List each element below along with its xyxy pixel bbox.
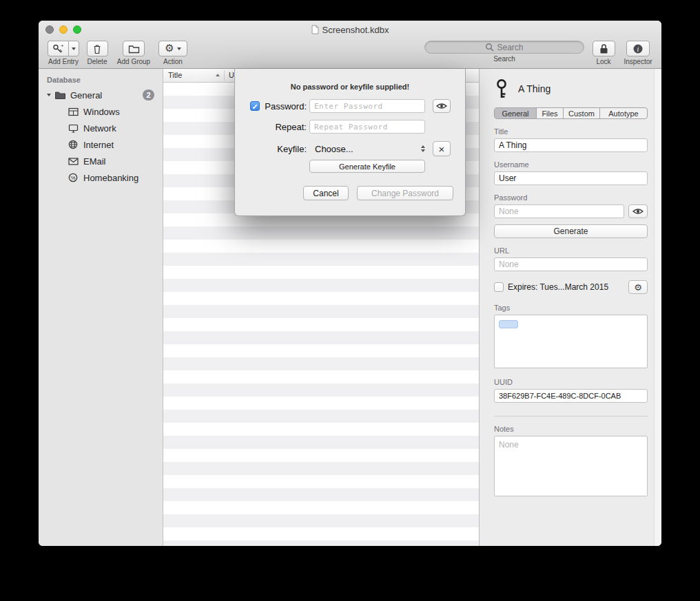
sidebar-item-label: EMail <box>83 156 106 167</box>
notes-label: Notes <box>494 425 648 433</box>
tab-files[interactable]: Files <box>537 108 564 118</box>
search-icon <box>485 43 494 52</box>
delete-label: Delete <box>84 58 110 65</box>
notes-field[interactable] <box>494 436 648 496</box>
sidebar-item-windows[interactable]: Windows <box>39 103 163 120</box>
password-field[interactable] <box>494 204 624 218</box>
sort-ascending-icon <box>216 74 220 76</box>
reveal-password-button[interactable] <box>628 204 648 218</box>
window-chrome: Screenshot.kdbx + Add Entry Delete Add G… <box>39 21 661 69</box>
add-entry-dropdown[interactable] <box>68 41 79 56</box>
keyfile-popup[interactable]: Choose... <box>309 142 426 156</box>
gear-icon: ⚙ <box>634 283 642 292</box>
keyfile-label: Keyfile: <box>260 144 307 154</box>
tag-pill[interactable] <box>499 320 518 328</box>
change-password-button[interactable]: Change Password <box>357 186 453 200</box>
repeat-password-input[interactable] <box>309 120 425 134</box>
lock-icon <box>599 43 608 54</box>
search-placeholder: Search <box>497 43 523 52</box>
expires-row: Expires: Tues...March 2015 ⚙ <box>494 280 648 294</box>
toolbar-item-search: Search Search <box>424 41 584 63</box>
password-checkbox[interactable] <box>250 101 260 111</box>
expires-checkbox[interactable] <box>494 282 504 292</box>
toolbar-item-add-entry: + Add Entry <box>45 41 81 65</box>
repeat-label: Repeat: <box>260 122 307 132</box>
uuid-field[interactable] <box>494 389 648 403</box>
document-proxy-icon <box>311 25 319 34</box>
chevron-down-icon <box>177 48 181 50</box>
lock-button[interactable] <box>593 41 615 56</box>
trash-icon <box>92 43 102 54</box>
column-header-username[interactable]: U <box>229 71 234 79</box>
tab-custom[interactable]: Custom <box>564 108 600 118</box>
url-field[interactable] <box>494 257 648 271</box>
sidebar-item-network[interactable]: Network <box>39 120 163 136</box>
sidebar-item-internet[interactable]: Internet <box>39 136 163 153</box>
lock-label: Lock <box>590 58 617 65</box>
tags-label: Tags <box>494 304 648 312</box>
close-x-icon: × <box>439 144 445 154</box>
inspector-label: Inspector <box>620 58 656 65</box>
add-entry-label: Add Entry <box>45 58 81 65</box>
add-group-button[interactable] <box>123 41 145 56</box>
sidebar-item-label: Windows <box>83 107 120 117</box>
generate-keyfile-button[interactable]: Generate Keyfile <box>309 160 425 173</box>
action-label: Action <box>157 58 189 65</box>
sidebar-item-homebanking[interactable]: % Homebanking <box>39 169 163 186</box>
info-icon: i <box>632 43 644 54</box>
title-field-label: Title <box>494 127 648 136</box>
clear-keyfile-button[interactable]: × <box>433 141 451 156</box>
disclosure-triangle-icon[interactable] <box>44 94 54 96</box>
key-plus-icon: + <box>52 43 64 54</box>
app-window: Screenshot.kdbx + Add Entry Delete Add G… <box>39 21 661 546</box>
internet-icon <box>67 140 79 149</box>
email-icon <box>67 158 79 165</box>
eye-icon <box>632 208 644 215</box>
expires-settings-button[interactable]: ⚙ <box>628 280 648 294</box>
delete-button[interactable] <box>87 41 108 56</box>
password-label: Password: <box>260 101 307 112</box>
add-entry-button[interactable]: + <box>48 41 68 56</box>
username-field[interactable] <box>494 171 648 185</box>
windows-icon <box>67 107 79 116</box>
folder-icon <box>54 90 66 100</box>
column-divider[interactable] <box>224 70 225 81</box>
tags-field[interactable] <box>494 315 648 368</box>
sidebar-section-header: Database <box>47 76 163 84</box>
window-title-area: Screenshot.kdbx <box>39 21 661 39</box>
sidebar: Database General 2 Windows Network I <box>39 69 163 546</box>
toolbar-item-inspector: i Inspector <box>620 41 656 65</box>
chevron-down-icon <box>72 48 76 50</box>
tab-general[interactable]: General <box>495 108 537 118</box>
inspector-tabs: General Files Custom Autotype <box>494 107 648 119</box>
toolbar-item-lock: Lock <box>590 41 617 65</box>
search-input[interactable]: Search <box>424 41 584 54</box>
inspector-scrollbar[interactable] <box>654 69 661 546</box>
sidebar-item-label: Internet <box>83 140 114 150</box>
password-input[interactable] <box>309 99 425 113</box>
tab-autotype[interactable]: Autotype <box>600 108 647 118</box>
title-field[interactable] <box>494 138 648 152</box>
folder-plus-icon <box>128 44 140 54</box>
inspector-button[interactable]: i <box>626 41 650 56</box>
titlebar: Screenshot.kdbx <box>39 21 661 39</box>
popup-stepper-icon <box>421 145 426 152</box>
entry-title: A Thing <box>518 83 550 94</box>
sidebar-item-label: Homebanking <box>83 173 138 183</box>
action-button[interactable]: ⚙ <box>158 41 187 56</box>
cancel-button[interactable]: Cancel <box>303 186 349 200</box>
dialog-message: No password or keyfile supplied! <box>235 83 465 91</box>
generate-password-button[interactable]: Generate <box>494 224 648 238</box>
password-field-label: Password <box>494 193 648 202</box>
key-icon <box>494 78 509 99</box>
homebanking-icon: % <box>67 173 79 182</box>
sidebar-item-email[interactable]: EMail <box>39 153 163 169</box>
password-dialog-sheet: No password or keyfile supplied! Passwor… <box>234 69 466 216</box>
column-header-title[interactable]: Title <box>168 71 182 79</box>
sidebar-item-general[interactable]: General 2 <box>39 87 163 103</box>
section-divider <box>494 416 648 417</box>
svg-text:%: % <box>70 175 75 181</box>
reveal-password-button[interactable] <box>433 99 451 113</box>
gear-icon: ⚙ <box>165 43 174 54</box>
entry-count-badge: 2 <box>143 89 154 101</box>
